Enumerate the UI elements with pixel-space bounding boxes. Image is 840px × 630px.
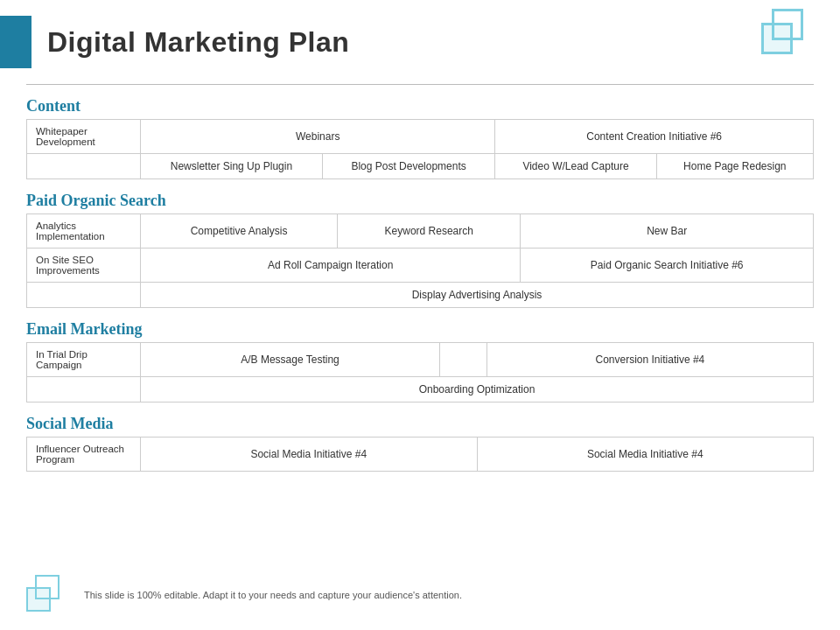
section-social-media-title: Social Media xyxy=(26,410,814,437)
table-row: Influencer Outreach Program Social Media… xyxy=(27,438,814,472)
table-cell: Conversion Initiative #4 xyxy=(486,343,813,377)
table-cell: New Bar xyxy=(521,214,814,248)
table-cell: Display Advertising Analysis xyxy=(141,283,814,308)
main-content: Content WhitepaperDevelopment Webinars C… xyxy=(0,84,840,472)
table-row: AnalyticsImplementation Competitive Anal… xyxy=(27,214,814,248)
section-email-marketing-title: Email Marketing xyxy=(26,315,814,342)
header-divider xyxy=(26,84,814,85)
row-label xyxy=(27,154,141,179)
table-cell: Video W/Lead Capture xyxy=(495,154,656,179)
table-cell: Ad Roll Campaign Iteration xyxy=(141,248,521,283)
page-title: Digital Marketing Plan xyxy=(47,26,349,59)
logo-graphic xyxy=(761,9,814,57)
table-cell: Paid Organic Search Initiative #6 xyxy=(521,248,814,283)
table-row: Onboarding Optimization xyxy=(27,377,814,402)
section-content-title: Content xyxy=(26,92,814,119)
row-label: On Site SEOImprovements xyxy=(27,248,141,283)
table-row: Display Advertising Analysis xyxy=(27,283,814,308)
content-table: WhitepaperDevelopment Webinars Content C… xyxy=(26,119,814,179)
footer-square-2 xyxy=(26,587,51,612)
table-cell: Newsletter Sing Up Plugin xyxy=(141,154,323,179)
table-cell xyxy=(439,343,486,377)
footer-logo xyxy=(26,575,70,614)
table-row: Newsletter Sing Up Plugin Blog Post Deve… xyxy=(27,154,814,179)
table-cell: Competitive Analysis xyxy=(141,214,338,248)
email-table: In Trial Drip Campaign A/B Message Testi… xyxy=(26,342,814,402)
table-cell: Keyword Research xyxy=(338,214,521,248)
table-cell: A/B Message Testing xyxy=(141,343,440,377)
table-cell: Blog Post Developments xyxy=(322,154,494,179)
page-header: Digital Marketing Plan xyxy=(0,0,840,77)
header-accent-bar xyxy=(0,16,32,68)
table-cell: Content Creation Initiative #6 xyxy=(495,120,814,154)
header-logo xyxy=(761,9,814,57)
social-media-table: Influencer Outreach Program Social Media… xyxy=(26,437,814,472)
section-content: Content WhitepaperDevelopment Webinars C… xyxy=(26,92,814,179)
table-cell: Social Media Initiative #4 xyxy=(141,438,478,472)
row-label: AnalyticsImplementation xyxy=(27,214,141,248)
table-row: In Trial Drip Campaign A/B Message Testi… xyxy=(27,343,814,377)
section-paid-organic: Paid Organic Search AnalyticsImplementat… xyxy=(26,186,814,308)
row-label: Influencer Outreach Program xyxy=(27,438,141,472)
table-cell: Social Media Initiative #4 xyxy=(477,438,814,472)
page-footer: This slide is 100% editable. Adapt it to… xyxy=(0,575,840,614)
section-social-media: Social Media Influencer Outreach Program… xyxy=(26,410,814,472)
row-label xyxy=(27,283,141,308)
row-label xyxy=(27,377,141,402)
table-row: On Site SEOImprovements Ad Roll Campaign… xyxy=(27,248,814,283)
logo-square-2 xyxy=(761,23,793,54)
table-row: WhitepaperDevelopment Webinars Content C… xyxy=(27,120,814,154)
row-label: In Trial Drip Campaign xyxy=(27,343,141,377)
section-paid-organic-title: Paid Organic Search xyxy=(26,186,814,214)
footer-note: This slide is 100% editable. Adapt it to… xyxy=(84,590,462,600)
section-email-marketing: Email Marketing In Trial Drip Campaign A… xyxy=(26,315,814,402)
table-cell: Home Page Redesign xyxy=(656,154,813,179)
row-label: WhitepaperDevelopment xyxy=(27,120,141,154)
paid-organic-table: AnalyticsImplementation Competitive Anal… xyxy=(26,214,814,308)
table-cell: Webinars xyxy=(141,120,495,154)
table-cell: Onboarding Optimization xyxy=(141,377,814,402)
